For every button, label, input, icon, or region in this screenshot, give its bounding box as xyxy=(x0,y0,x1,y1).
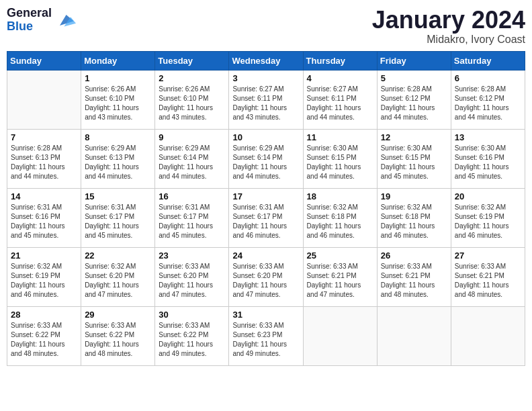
calendar-cell: 9Sunrise: 6:29 AMSunset: 6:14 PMDaylight… xyxy=(155,129,229,188)
day-info: Sunrise: 6:31 AMSunset: 6:17 PMDaylight:… xyxy=(85,203,151,240)
calendar-cell: 28Sunrise: 6:33 AMSunset: 6:22 PMDayligh… xyxy=(7,306,81,365)
calendar-cell xyxy=(451,306,525,365)
day-number: 24 xyxy=(232,250,299,261)
day-number: 17 xyxy=(232,191,299,201)
day-number: 1 xyxy=(85,73,151,83)
day-number: 5 xyxy=(381,73,447,83)
calendar-cell xyxy=(377,306,451,365)
calendar-cell: 22Sunrise: 6:32 AMSunset: 6:20 PMDayligh… xyxy=(81,247,155,306)
calendar-cell: 1Sunrise: 6:26 AMSunset: 6:10 PMDaylight… xyxy=(81,70,155,129)
calendar-cell: 19Sunrise: 6:32 AMSunset: 6:18 PMDayligh… xyxy=(377,188,451,247)
day-number: 20 xyxy=(455,191,521,201)
day-number: 14 xyxy=(11,191,77,201)
day-number: 18 xyxy=(307,191,373,201)
day-number: 3 xyxy=(232,73,299,83)
calendar-cell xyxy=(7,70,81,129)
calendar-cell: 10Sunrise: 6:29 AMSunset: 6:14 PMDayligh… xyxy=(229,129,303,188)
calendar-cell: 5Sunrise: 6:28 AMSunset: 6:12 PMDaylight… xyxy=(377,70,451,129)
calendar-cell: 17Sunrise: 6:31 AMSunset: 6:17 PMDayligh… xyxy=(229,188,303,247)
day-number: 30 xyxy=(159,310,225,320)
day-info: Sunrise: 6:30 AMSunset: 6:16 PMDaylight:… xyxy=(455,144,521,181)
day-info: Sunrise: 6:32 AMSunset: 6:18 PMDaylight:… xyxy=(381,203,447,240)
week-row-4: 21Sunrise: 6:32 AMSunset: 6:19 PMDayligh… xyxy=(7,247,525,306)
day-info: Sunrise: 6:33 AMSunset: 6:21 PMDaylight:… xyxy=(455,262,521,300)
day-number: 25 xyxy=(307,250,373,261)
day-number: 10 xyxy=(232,132,299,142)
day-of-week-monday: Monday xyxy=(81,51,155,70)
logo-icon xyxy=(54,9,76,31)
day-info: Sunrise: 6:32 AMSunset: 6:19 PMDaylight:… xyxy=(11,262,77,300)
calendar-cell: 16Sunrise: 6:31 AMSunset: 6:17 PMDayligh… xyxy=(155,188,229,247)
day-of-week-thursday: Thursday xyxy=(303,51,377,70)
day-number: 15 xyxy=(85,191,151,201)
calendar-cell: 21Sunrise: 6:32 AMSunset: 6:19 PMDayligh… xyxy=(7,247,81,306)
day-info: Sunrise: 6:31 AMSunset: 6:17 PMDaylight:… xyxy=(232,203,299,240)
logo-blue: Blue xyxy=(7,19,33,33)
day-number: 9 xyxy=(159,132,225,142)
day-info: Sunrise: 6:26 AMSunset: 6:10 PMDaylight:… xyxy=(159,85,225,122)
day-number: 28 xyxy=(11,310,77,320)
day-info: Sunrise: 6:33 AMSunset: 6:23 PMDaylight:… xyxy=(232,321,299,359)
calendar-cell: 26Sunrise: 6:33 AMSunset: 6:21 PMDayligh… xyxy=(377,247,451,306)
page-header: GeneralBlue January 2024 Midakro, Ivory … xyxy=(7,7,525,46)
calendar-cell: 14Sunrise: 6:31 AMSunset: 6:16 PMDayligh… xyxy=(7,188,81,247)
week-row-1: 1Sunrise: 6:26 AMSunset: 6:10 PMDaylight… xyxy=(7,70,525,129)
day-number: 11 xyxy=(307,132,373,142)
day-info: Sunrise: 6:31 AMSunset: 6:16 PMDaylight:… xyxy=(11,203,77,240)
day-info: Sunrise: 6:30 AMSunset: 6:15 PMDaylight:… xyxy=(307,144,373,181)
calendar-cell: 24Sunrise: 6:33 AMSunset: 6:20 PMDayligh… xyxy=(229,247,303,306)
day-of-week-tuesday: Tuesday xyxy=(155,51,229,70)
day-info: Sunrise: 6:33 AMSunset: 6:20 PMDaylight:… xyxy=(159,262,225,300)
day-info: Sunrise: 6:29 AMSunset: 6:13 PMDaylight:… xyxy=(85,144,151,181)
day-info: Sunrise: 6:33 AMSunset: 6:22 PMDaylight:… xyxy=(11,321,77,359)
day-info: Sunrise: 6:33 AMSunset: 6:22 PMDaylight:… xyxy=(159,321,225,359)
calendar-cell: 2Sunrise: 6:26 AMSunset: 6:10 PMDaylight… xyxy=(155,70,229,129)
calendar-cell: 6Sunrise: 6:28 AMSunset: 6:12 PMDaylight… xyxy=(451,70,525,129)
day-info: Sunrise: 6:33 AMSunset: 6:20 PMDaylight:… xyxy=(232,262,299,300)
day-number: 13 xyxy=(455,132,521,142)
day-info: Sunrise: 6:31 AMSunset: 6:17 PMDaylight:… xyxy=(159,203,225,240)
calendar-cell: 31Sunrise: 6:33 AMSunset: 6:23 PMDayligh… xyxy=(229,306,303,365)
day-info: Sunrise: 6:32 AMSunset: 6:20 PMDaylight:… xyxy=(85,262,151,300)
calendar-cell: 3Sunrise: 6:27 AMSunset: 6:11 PMDaylight… xyxy=(229,70,303,129)
day-info: Sunrise: 6:28 AMSunset: 6:12 PMDaylight:… xyxy=(455,85,521,122)
title-block: January 2024 Midakro, Ivory Coast xyxy=(372,7,525,46)
day-number: 27 xyxy=(455,250,521,261)
day-info: Sunrise: 6:29 AMSunset: 6:14 PMDaylight:… xyxy=(159,144,225,181)
day-info: Sunrise: 6:30 AMSunset: 6:15 PMDaylight:… xyxy=(381,144,447,181)
day-number: 12 xyxy=(381,132,447,142)
calendar-cell: 8Sunrise: 6:29 AMSunset: 6:13 PMDaylight… xyxy=(81,129,155,188)
day-info: Sunrise: 6:32 AMSunset: 6:18 PMDaylight:… xyxy=(307,203,373,240)
calendar-cell: 7Sunrise: 6:28 AMSunset: 6:13 PMDaylight… xyxy=(7,129,81,188)
day-number: 16 xyxy=(159,191,225,201)
day-number: 2 xyxy=(159,73,225,83)
calendar-cell: 20Sunrise: 6:32 AMSunset: 6:19 PMDayligh… xyxy=(451,188,525,247)
month-title: January 2024 xyxy=(372,7,525,34)
day-number: 7 xyxy=(11,132,77,142)
day-info: Sunrise: 6:29 AMSunset: 6:14 PMDaylight:… xyxy=(232,144,299,181)
calendar-header-row: SundayMondayTuesdayWednesdayThursdayFrid… xyxy=(7,51,525,70)
logo-text: GeneralBlue xyxy=(7,7,52,34)
day-of-week-friday: Friday xyxy=(377,51,451,70)
day-number: 21 xyxy=(11,250,77,261)
calendar-cell: 18Sunrise: 6:32 AMSunset: 6:18 PMDayligh… xyxy=(303,188,377,247)
day-of-week-sunday: Sunday xyxy=(7,51,81,70)
day-info: Sunrise: 6:28 AMSunset: 6:13 PMDaylight:… xyxy=(11,144,77,181)
calendar-cell: 15Sunrise: 6:31 AMSunset: 6:17 PMDayligh… xyxy=(81,188,155,247)
day-info: Sunrise: 6:33 AMSunset: 6:21 PMDaylight:… xyxy=(307,262,373,300)
calendar-table: SundayMondayTuesdayWednesdayThursdayFrid… xyxy=(7,51,525,366)
calendar-cell: 23Sunrise: 6:33 AMSunset: 6:20 PMDayligh… xyxy=(155,247,229,306)
calendar-cell: 13Sunrise: 6:30 AMSunset: 6:16 PMDayligh… xyxy=(451,129,525,188)
day-number: 31 xyxy=(232,310,299,320)
day-info: Sunrise: 6:26 AMSunset: 6:10 PMDaylight:… xyxy=(85,85,151,122)
day-number: 4 xyxy=(307,73,373,83)
day-number: 26 xyxy=(381,250,447,261)
day-info: Sunrise: 6:28 AMSunset: 6:12 PMDaylight:… xyxy=(381,85,447,122)
week-row-5: 28Sunrise: 6:33 AMSunset: 6:22 PMDayligh… xyxy=(7,306,525,365)
day-info: Sunrise: 6:32 AMSunset: 6:19 PMDaylight:… xyxy=(455,203,521,240)
week-row-3: 14Sunrise: 6:31 AMSunset: 6:16 PMDayligh… xyxy=(7,188,525,247)
calendar-cell: 4Sunrise: 6:27 AMSunset: 6:11 PMDaylight… xyxy=(303,70,377,129)
day-number: 29 xyxy=(85,310,151,320)
day-of-week-wednesday: Wednesday xyxy=(229,51,303,70)
day-info: Sunrise: 6:33 AMSunset: 6:21 PMDaylight:… xyxy=(381,262,447,300)
